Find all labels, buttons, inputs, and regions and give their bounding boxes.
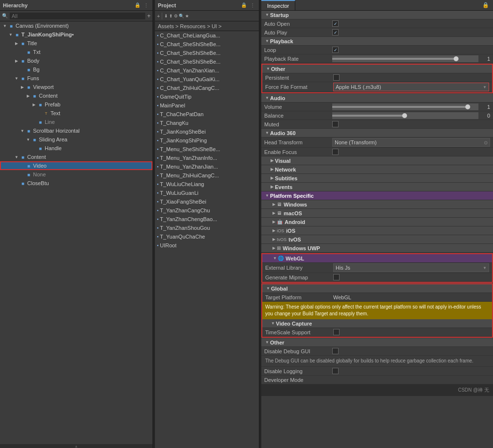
- project-settings-btn[interactable]: ⚙: [174, 14, 178, 18]
- section-video-capture[interactable]: ▼ Video Capture: [262, 319, 492, 328]
- tree-item-handle[interactable]: ■ Handle: [0, 144, 153, 153]
- tree-item-none[interactable]: ■ None: [0, 170, 153, 179]
- proj-item-14[interactable]: ▪T_Menu_YanZhanInfo...: [155, 154, 259, 162]
- auto-open-checkbox[interactable]: [332, 20, 339, 27]
- tree-item-line[interactable]: ■ Line: [0, 118, 153, 126]
- tree-item-prefab[interactable]: ▶ ■ Prefab: [0, 100, 153, 109]
- project-add-btn[interactable]: +: [157, 13, 160, 19]
- generate-mipmap-checkbox[interactable]: [333, 274, 340, 280]
- proj-item-20[interactable]: ▪T_YanZhanCangChu: [155, 206, 259, 215]
- section-subtitles[interactable]: ▶ Subtitles: [261, 174, 493, 183]
- tree-item-title[interactable]: ▶ ■ Title: [0, 39, 153, 48]
- section-macos[interactable]: ▶ 🖥 macOS: [261, 209, 493, 218]
- tree-item-video[interactable]: ■ Video: [0, 161, 153, 170]
- proj-item-1[interactable]: ▪C_Chart_SheShiSheBe...: [155, 40, 259, 49]
- tab-inspector[interactable]: Inspector: [261, 0, 295, 10]
- section-windows[interactable]: ▶ 🖥 Windows: [261, 200, 493, 209]
- file-icon: ▪: [157, 77, 158, 82]
- persistent-checkbox[interactable]: [333, 74, 340, 81]
- section-other[interactable]: ▼ Other: [262, 65, 492, 73]
- proj-item-12[interactable]: ▪T_JianKongShiPing: [155, 136, 259, 145]
- section-global[interactable]: ▼ Global: [262, 284, 492, 293]
- force-file-format-dropdown[interactable]: Apple HLS (.m3u8) ▼: [333, 83, 489, 91]
- hierarchy-menu-icon[interactable]: ⋮: [143, 2, 150, 9]
- project-export-btn[interactable]: ⬆: [169, 14, 173, 18]
- proj-item-5[interactable]: ▪C_Chart_YuanQuGaiKi...: [155, 75, 259, 84]
- hierarchy-search-input[interactable]: [10, 13, 145, 19]
- section-tvos[interactable]: ▶ tvOS tvOS: [261, 235, 493, 244]
- enable-focus-checkbox[interactable]: [332, 149, 339, 155]
- webgl-group: ▼ 🌐 WebGL External Library His Js ▼: [261, 253, 493, 283]
- head-transform-dropdown[interactable]: None (Transform) ⊙: [332, 138, 490, 147]
- proj-item-8[interactable]: ▪MainPanel: [155, 101, 259, 110]
- loop-checkbox[interactable]: [332, 47, 339, 53]
- section-startup[interactable]: ▼ Startup: [261, 11, 493, 19]
- playback-rate-slider[interactable]: [332, 55, 478, 62]
- tree-item-bg[interactable]: ■ Bg: [0, 65, 153, 74]
- disable-logging-checkbox[interactable]: [332, 368, 339, 374]
- proj-item-10[interactable]: ▪T_ChangKu: [155, 119, 259, 127]
- tree-item-txt[interactable]: ■ Txt: [0, 48, 153, 56]
- tree-item-closebtn[interactable]: ■ CloseBtu: [0, 179, 153, 188]
- section-webgl[interactable]: ▼ 🌐 WebGL: [262, 254, 492, 263]
- file-icon: ▪: [157, 51, 158, 55]
- proj-item-21[interactable]: ▪T_YanZhanChengBao...: [155, 215, 259, 224]
- proj-item-24[interactable]: ▪UIRoot: [155, 241, 259, 250]
- hierarchy-add-btn[interactable]: +: [147, 13, 151, 19]
- project-lock-icon[interactable]: 🔒: [240, 2, 247, 9]
- proj-item-7[interactable]: ▪GameQuitTip: [155, 92, 259, 101]
- proj-item-11[interactable]: ▪T_JianKongSheBei: [155, 127, 259, 136]
- proj-item-9[interactable]: ▪T_ChaChePatDan: [155, 110, 259, 119]
- disable-debug-gui-checkbox[interactable]: [332, 348, 339, 354]
- proj-item-4[interactable]: ▪C_Chart_YanZhanXian...: [155, 66, 259, 75]
- project-menu-icon[interactable]: ⋮: [249, 2, 256, 9]
- section-platform-specific[interactable]: ▼ Platform Specific: [261, 191, 493, 200]
- tree-item-sliding-area[interactable]: ▼ ■ Sliding Area: [0, 135, 153, 144]
- section-other2[interactable]: ▼ Other: [261, 338, 493, 347]
- proj-item-6[interactable]: ▪C_Chart_ZhiHuiCangC...: [155, 84, 259, 92]
- proj-item-2[interactable]: ▪C_Chart_SheShiSheBe...: [155, 49, 259, 57]
- tree-item-canvas-env[interactable]: ▼ ■ Canvas (Environment): [0, 21, 153, 30]
- tree-item-tjiankong[interactable]: ▼ ■ T_JianKongShiPing•: [0, 30, 153, 39]
- file-icon: ▪: [157, 173, 158, 178]
- tree-item-content-main[interactable]: ▼ ■ Content: [0, 153, 153, 161]
- section-visual[interactable]: ▶ Visual: [261, 156, 493, 165]
- project-import-btn[interactable]: ⬇: [164, 14, 168, 18]
- timescale-support-checkbox[interactable]: [333, 329, 340, 335]
- balance-slider[interactable]: [332, 112, 478, 119]
- auto-play-checkbox[interactable]: [332, 29, 339, 35]
- volume-slider[interactable]: [332, 103, 478, 110]
- proj-item-23[interactable]: ▪T_YuanQuChaChe: [155, 232, 259, 241]
- tree-item-viewport[interactable]: ▶ ■ Viewport: [0, 83, 153, 91]
- proj-item-3[interactable]: ▪C_Chart_SheShiSheBe...: [155, 57, 259, 66]
- section-windows-uwp[interactable]: ▶ ⊞ Windows UWP: [261, 244, 493, 253]
- proj-item-18[interactable]: ▪T_WuLiuGuanLi: [155, 189, 259, 197]
- proj-item-15[interactable]: ▪T_Menu_YanZhanJian...: [155, 162, 259, 171]
- proj-item-0[interactable]: ▪C_Chart_CheLiangGua...: [155, 31, 259, 40]
- enable-focus-label: Enable Focus: [264, 149, 332, 155]
- section-playback[interactable]: ▼ Playback: [261, 37, 493, 46]
- tree-item-scrollbar-h[interactable]: ▼ ■ Scrollbar Horizontal: [0, 126, 153, 135]
- proj-item-16[interactable]: ▪T_Menu_ZhiHuiCangC...: [155, 171, 259, 180]
- proj-item-22[interactable]: ▪T_YanZhanShouGou: [155, 224, 259, 232]
- section-ios[interactable]: ▶ iOS iOS: [261, 226, 493, 235]
- tree-item-body[interactable]: ▶ ■ Body: [0, 56, 153, 65]
- proj-item-13[interactable]: ▪T_Menu_SheShiSheBe...: [155, 145, 259, 154]
- tree-item-content-vp[interactable]: ▶ ■ Content: [0, 91, 153, 100]
- tree-label: Line: [45, 119, 55, 125]
- tree-item-text[interactable]: T Text: [0, 109, 153, 118]
- hierarchy-lock-icon[interactable]: 🔒: [134, 2, 141, 9]
- external-library-dropdown[interactable]: His Js ▼: [333, 263, 489, 272]
- section-network[interactable]: ▶ Network: [261, 165, 493, 174]
- section-audio360[interactable]: ▼ Audio 360: [261, 129, 493, 138]
- proj-item-17[interactable]: ▪T_WuLiuCheLiang: [155, 180, 259, 189]
- project-star-btn[interactable]: ★: [185, 14, 189, 18]
- section-android[interactable]: ▶ 🤖 Android: [261, 218, 493, 226]
- muted-checkbox[interactable]: [332, 121, 339, 127]
- section-audio[interactable]: ▼ Audio: [261, 94, 493, 103]
- proj-item-19[interactable]: ▪T_XiaoFangSheBei: [155, 197, 259, 206]
- inspector-lock-btn[interactable]: 🔒: [478, 2, 493, 8]
- project-search-btn[interactable]: 🔍: [179, 14, 184, 18]
- section-events[interactable]: ▶ Events: [261, 183, 493, 191]
- tree-item-funs[interactable]: ▼ ■ Funs: [0, 74, 153, 83]
